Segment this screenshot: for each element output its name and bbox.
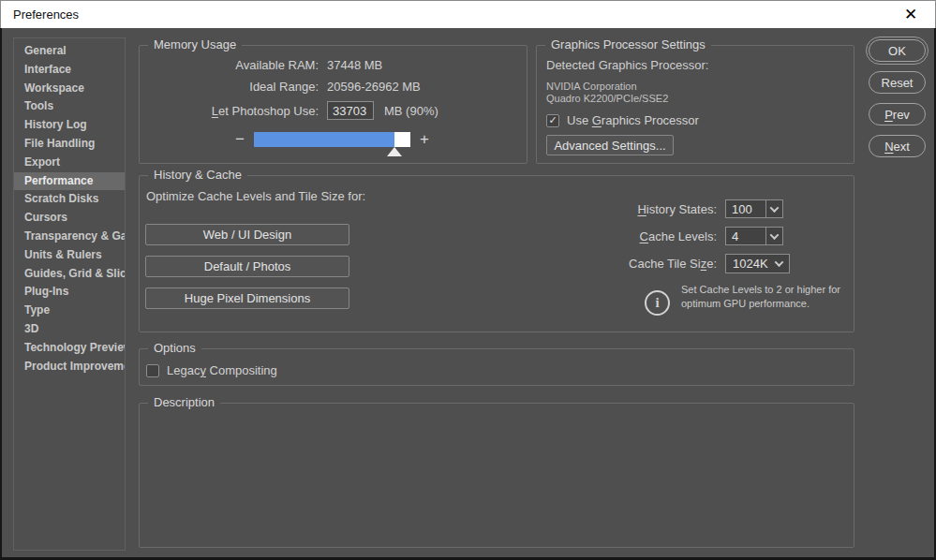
cache-tile-size-label: Cache Tile Size: — [587, 257, 725, 271]
memory-slider-track[interactable] — [254, 132, 410, 147]
options-legend: Options — [148, 341, 201, 355]
sidebar-item-file-handling[interactable]: File Handling — [14, 135, 125, 154]
cache-levels-dropdown-button[interactable] — [765, 228, 782, 244]
gpu-vendor: NVIDIA Corporation — [546, 81, 854, 93]
use-graphics-processor-label: Use Graphics Processor — [567, 113, 699, 127]
slider-plus-button[interactable]: + — [416, 130, 433, 149]
cache-levels-label: Cache Levels: — [587, 229, 725, 243]
sidebar-item-units-rulers[interactable]: Units & Rulers — [14, 246, 125, 265]
chevron-down-icon — [770, 230, 780, 240]
sidebar-item-performance[interactable]: Performance — [14, 172, 125, 191]
sidebar-item-plug-ins[interactable]: Plug-Ins — [14, 283, 125, 302]
info-icon: i — [645, 290, 670, 316]
mb-percent-label: MB (90%) — [384, 104, 438, 118]
let-photoshop-use-input[interactable] — [327, 101, 374, 120]
memory-slider-fill — [254, 132, 394, 147]
history-states-combo[interactable]: 100 — [725, 199, 783, 218]
options-group: Options ✓ Legacy Compositing — [139, 348, 854, 386]
cache-levels-value[interactable]: 4 — [726, 228, 765, 244]
graphics-processor-group: Graphics Processor Settings Detected Gra… — [536, 45, 854, 164]
description-group: Description — [139, 403, 854, 548]
slider-minus-button[interactable]: − — [231, 130, 248, 149]
detected-gpu-label: Detected Graphics Processor: — [546, 58, 854, 72]
sidebar-item-technology-previews[interactable]: Technology Previews — [14, 339, 125, 358]
sidebar-item-guides-grid-slices[interactable]: Guides, Grid & Slices — [14, 265, 125, 284]
history-states-value[interactable]: 100 — [726, 200, 765, 217]
memory-slider-thumb[interactable] — [387, 147, 402, 156]
advanced-settings-button[interactable]: Advanced Settings... — [546, 135, 674, 155]
web-ui-design-button[interactable]: Web / UI Design — [145, 224, 349, 245]
check-icon: ✓ — [548, 114, 557, 126]
sidebar-item-tools[interactable]: Tools — [14, 97, 125, 116]
legacy-compositing-label: Legacy Compositing — [167, 363, 277, 377]
sidebar-item-cursors[interactable]: Cursors — [14, 209, 125, 228]
ideal-range-label: Ideal Range: — [140, 80, 327, 94]
memory-usage-group: Memory Usage Available RAM: 37448 MB Ide… — [139, 45, 527, 164]
chevron-down-icon — [770, 203, 780, 213]
sidebar-item-type[interactable]: Type — [14, 302, 125, 320]
history-cache-legend: History & Cache — [148, 168, 247, 182]
description-legend: Description — [148, 395, 220, 409]
default-photos-button[interactable]: Default / Photos — [145, 256, 349, 277]
sidebar-item-transparency-gamut[interactable]: Transparency & Gamut — [14, 228, 125, 246]
sidebar-item-workspace[interactable]: Workspace — [14, 80, 125, 98]
legacy-compositing-checkbox[interactable]: ✓ — [146, 364, 159, 377]
cache-tile-size-dropdown[interactable]: 1024K — [725, 254, 790, 273]
history-states-dropdown-button[interactable] — [765, 200, 782, 217]
available-ram-value: 37448 MB — [327, 58, 382, 72]
sidebar-item-scratch-disks[interactable]: Scratch Disks — [14, 190, 125, 209]
preferences-sidebar: General Interface Workspace Tools Histor… — [13, 37, 126, 551]
dialog-body: General Interface Workspace Tools Histor… — [2, 28, 934, 557]
sidebar-item-3d[interactable]: 3D — [14, 320, 125, 339]
reset-button[interactable]: Reset — [869, 71, 926, 94]
window-title: Preferences — [1, 7, 79, 22]
history-states-label: History States: — [587, 202, 725, 216]
graphics-processor-legend: Graphics Processor Settings — [545, 37, 711, 52]
next-button[interactable]: Next — [869, 135, 926, 157]
available-ram-label: Available RAM: — [140, 58, 327, 72]
gpu-info: NVIDIA Corporation Quadro K2200/PCIe/SSE… — [546, 81, 854, 105]
cache-levels-combo[interactable]: 4 — [725, 227, 783, 245]
history-cache-group: History & Cache Optimize Cache Levels an… — [139, 175, 854, 332]
sidebar-item-interface[interactable]: Interface — [14, 61, 125, 80]
cache-tile-size-value: 1024K — [733, 257, 768, 271]
ok-button[interactable]: OK — [869, 39, 926, 62]
close-icon[interactable]: ✕ — [892, 1, 929, 28]
sidebar-item-general[interactable]: General — [14, 42, 125, 61]
sidebar-item-product-improvement[interactable]: Product Improvement — [14, 358, 125, 376]
sidebar-item-history-log[interactable]: History Log — [14, 116, 125, 135]
huge-pixel-dimensions-button[interactable]: Huge Pixel Dimensions — [145, 287, 349, 309]
let-photoshop-use-label: Let Photoshop Use: — [140, 104, 327, 118]
chevron-down-icon — [774, 258, 783, 267]
use-graphics-processor-checkbox[interactable]: ✓ — [546, 114, 559, 127]
memory-usage-legend: Memory Usage — [148, 37, 242, 52]
memory-slider: − + — [231, 130, 527, 149]
sidebar-item-export[interactable]: Export — [14, 154, 125, 172]
titlebar: Preferences ✕ — [0, 0, 936, 28]
gpu-model: Quadro K2200/PCIe/SSE2 — [546, 93, 854, 105]
cache-levels-info-note: Set Cache Levels to 2 or higher for opti… — [681, 283, 840, 311]
prev-button[interactable]: Prev — [869, 103, 926, 125]
ideal-range-value: 20596-26962 MB — [327, 80, 421, 94]
